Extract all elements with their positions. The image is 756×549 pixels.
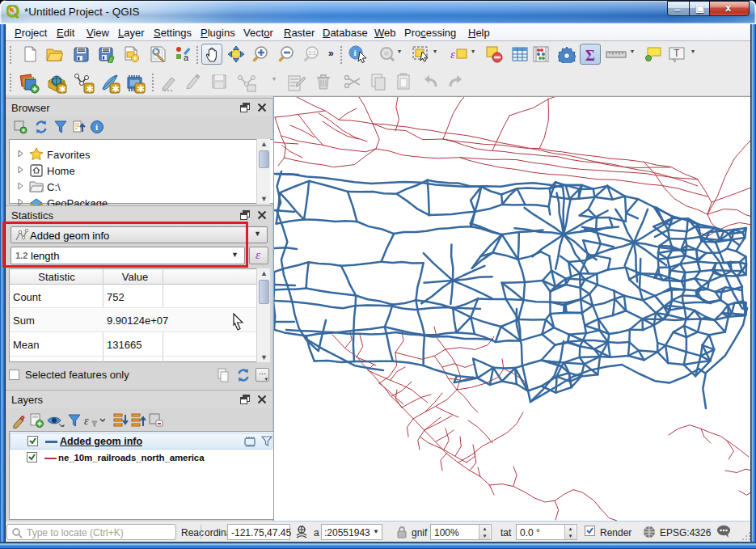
svg-text:i: i (95, 122, 98, 132)
svg-text:✱: ✱ (112, 83, 120, 95)
svg-text:ε: ε (84, 415, 89, 427)
svg-text:a: a (184, 53, 189, 62)
svg-text:ε: ε (450, 48, 455, 61)
svg-text:i: i (354, 48, 357, 57)
svg-text:✱: ✱ (137, 83, 145, 95)
svg-text:Σ: Σ (585, 48, 595, 64)
svg-text:✱: ✱ (86, 83, 94, 95)
svg-text:1:1: 1:1 (309, 50, 316, 56)
svg-text:✱: ✱ (59, 84, 66, 94)
svg-text:T: T (674, 48, 680, 59)
